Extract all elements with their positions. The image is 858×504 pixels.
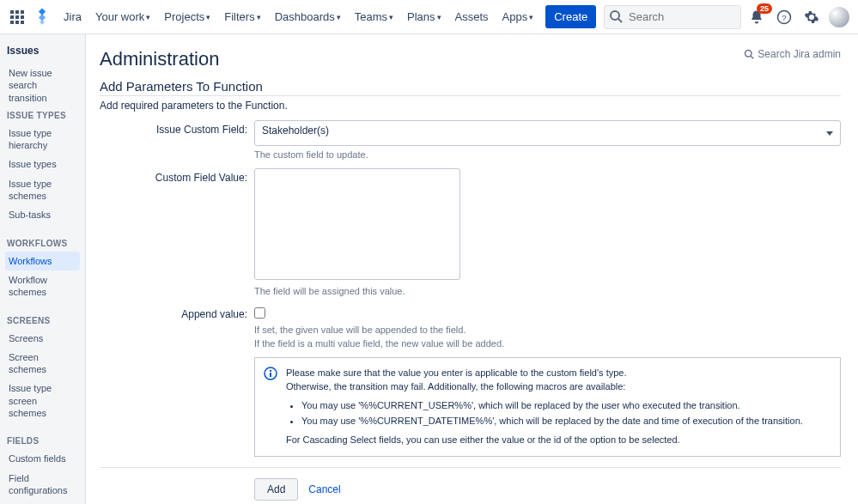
divider (100, 467, 841, 468)
desc-append-line1: If set, the given value will be appended… (254, 325, 841, 335)
info-text-line2: Otherwise, the transition may fail. Addi… (286, 380, 803, 394)
chevron-down-icon: ▾ (529, 13, 533, 21)
sidebar-heading-issue-types: ISSUE TYPES (5, 107, 80, 124)
search-icon (609, 9, 623, 23)
svg-rect-6 (10, 21, 14, 24)
global-search[interactable] (604, 5, 741, 29)
global-search-input[interactable] (604, 5, 741, 29)
nav-label: Filters (224, 10, 254, 23)
svg-rect-8 (21, 21, 24, 24)
svg-rect-5 (21, 15, 24, 19)
desc-issue-custom-field: The custom field to update. (254, 149, 841, 160)
top-navigation: Jira Your work▾ Projects▾ Filters▾ Dashb… (0, 0, 858, 34)
svg-rect-4 (15, 15, 19, 19)
sidebar-item-workflow-schemes[interactable]: Workflow schemes (5, 270, 80, 302)
select-issue-custom-field[interactable]: Stakeholder(s) (254, 120, 841, 146)
nav-assets[interactable]: Assets (450, 5, 494, 28)
label-issue-custom-field: Issue Custom Field: (100, 120, 254, 136)
nav-filters[interactable]: Filters▾ (219, 5, 265, 28)
label-append-value: Append value: (100, 305, 254, 320)
sidebar-item-issue-type-hierarchy[interactable]: Issue type hierarchy (5, 124, 80, 155)
settings-icon[interactable] (800, 5, 824, 29)
nav-label: Dashboards (275, 10, 335, 23)
svg-line-14 (752, 56, 754, 58)
nav-projects[interactable]: Projects▾ (159, 5, 216, 28)
sidebar-item-field-configuration-schemes[interactable]: Field configuration schemes (5, 500, 80, 504)
nav-dashboards[interactable]: Dashboards▾ (270, 5, 346, 28)
nav-label: Jira (64, 10, 82, 23)
nav-label: Teams (355, 10, 387, 23)
chevron-down-icon: ▾ (437, 13, 441, 21)
main-content: Search Jira admin Administration Add Par… (86, 34, 858, 504)
search-icon (744, 49, 754, 59)
svg-point-13 (745, 51, 752, 58)
nav-label: Projects (164, 10, 204, 23)
section-heading: Add Parameters To Function (100, 79, 841, 96)
sidebar-heading-screens: SCREENS (5, 313, 80, 329)
svg-rect-1 (15, 10, 19, 14)
sidebar-new-search[interactable]: New issue search transition (5, 64, 80, 107)
nav-label: Assets (455, 10, 489, 23)
sidebar-item-custom-fields[interactable]: Custom fields (5, 449, 80, 468)
svg-text:?: ? (782, 12, 787, 21)
desc-custom-field-value: The field will be assigned this value. (254, 286, 841, 296)
admin-sidebar: Issues New issue search transition ISSUE… (0, 34, 86, 504)
info-macro-1: You may use '%%CURRENT_USER%%', which wi… (301, 399, 803, 413)
nav-apps[interactable]: Apps▾ (497, 5, 539, 28)
cancel-link[interactable]: Cancel (308, 483, 340, 495)
search-jira-admin[interactable]: Search Jira admin (744, 48, 841, 60)
svg-point-9 (611, 11, 619, 20)
sidebar-item-issue-types[interactable]: Issue types (5, 155, 80, 173)
svg-rect-16 (270, 373, 271, 377)
sidebar-item-issue-type-schemes[interactable]: Issue type schemes (5, 174, 80, 206)
sidebar-item-workflows[interactable]: Workflows (5, 252, 80, 270)
nav-label: Your work (95, 10, 144, 23)
desc-append-line2: If the field is a multi value field, the… (254, 338, 841, 349)
chevron-down-icon: ▾ (337, 13, 341, 21)
info-text-line3: For Cascading Select fields, you can use… (286, 434, 803, 447)
notifications-icon[interactable]: 25 (745, 5, 769, 29)
sidebar-heading-workflows: WORKFLOWS (5, 235, 80, 252)
info-macro-2: You may use '%%CURRENT_DATETIME%%', whic… (301, 415, 803, 428)
checkbox-append-value[interactable] (254, 307, 265, 319)
nav-jira[interactable]: Jira (58, 5, 87, 28)
chevron-down-icon: ▾ (206, 13, 210, 21)
jira-logo-icon[interactable] (33, 7, 53, 27)
svg-rect-0 (10, 10, 14, 14)
info-text-line1: Please make sure that the value you ente… (286, 367, 803, 380)
textarea-custom-field-value[interactable] (254, 168, 460, 280)
label-custom-field-value: Custom Field Value: (100, 168, 254, 184)
add-button[interactable]: Add (254, 478, 298, 501)
info-icon (264, 367, 277, 380)
sidebar-item-screen-schemes[interactable]: Screen schemes (5, 348, 80, 380)
svg-rect-7 (15, 21, 19, 24)
nav-label: Apps (502, 10, 528, 23)
page-title: Administration (100, 48, 841, 70)
sidebar-heading-fields: FIELDS (5, 433, 80, 449)
svg-line-10 (618, 19, 622, 22)
sidebar-item-screens[interactable]: Screens (5, 329, 80, 348)
section-subtext: Add required parameters to the Function. (100, 100, 841, 112)
admin-search-label: Search Jira admin (758, 48, 841, 60)
sidebar-title: Issues (5, 45, 80, 57)
select-value: Stakeholder(s) (262, 124, 329, 137)
sidebar-item-issue-type-screen-schemes[interactable]: Issue type screen schemes (5, 379, 80, 422)
nav-your-work[interactable]: Your work▾ (90, 5, 155, 28)
svg-rect-3 (10, 15, 14, 19)
create-button[interactable]: Create (545, 5, 596, 28)
chevron-down-icon: ▾ (257, 13, 261, 21)
nav-label: Plans (407, 10, 435, 23)
nav-plans[interactable]: Plans▾ (402, 5, 447, 28)
info-panel: Please make sure that the value you ente… (254, 357, 841, 457)
svg-rect-2 (21, 10, 24, 14)
svg-rect-17 (270, 370, 271, 372)
chevron-down-icon: ▾ (389, 13, 393, 21)
sidebar-item-field-configurations[interactable]: Field configurations (5, 469, 80, 501)
nav-teams[interactable]: Teams▾ (350, 5, 399, 28)
help-icon[interactable]: ? (772, 5, 796, 29)
app-switcher-icon[interactable] (7, 7, 27, 27)
avatar-icon (829, 7, 849, 27)
sidebar-item-sub-tasks[interactable]: Sub-tasks (5, 205, 80, 224)
chevron-down-icon: ▾ (146, 13, 150, 21)
profile-avatar[interactable] (827, 5, 851, 29)
